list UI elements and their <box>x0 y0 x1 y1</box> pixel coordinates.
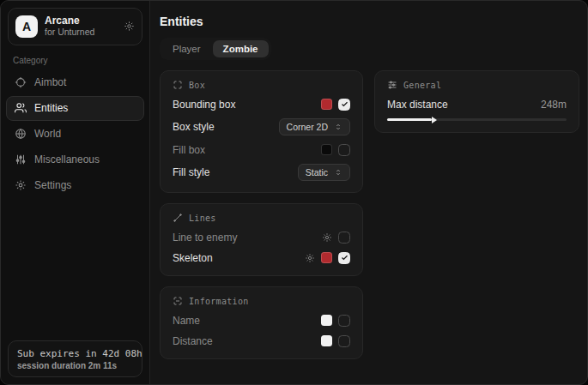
tab-player[interactable]: Player <box>162 40 211 57</box>
crosshair-icon <box>15 76 27 88</box>
setting-label: Name <box>173 315 200 327</box>
gear-icon[interactable] <box>305 253 315 263</box>
sub-expiry-text: Sub expires in 42d 08h <box>17 348 133 359</box>
sidebar-item-world[interactable]: World <box>6 122 144 147</box>
setting-label: Line to enemy <box>173 232 237 244</box>
select-value: Static <box>306 167 328 177</box>
setting-row: Box style Corner 2D <box>173 118 350 135</box>
app-name: Arcane <box>45 15 117 27</box>
setting-label: Fill box <box>173 144 205 156</box>
box-card: Box Bounding box Box style Corner 2D <box>160 70 363 193</box>
slider-value: 248m <box>541 99 567 111</box>
setting-label: Bounding box <box>173 99 235 111</box>
sidebar-item-label: Aimbot <box>34 76 66 88</box>
sliders-vertical-icon <box>15 153 27 165</box>
sidebar-item-label: Entities <box>34 102 68 114</box>
chevrons-updown-icon <box>334 123 342 131</box>
sidebar-item-settings[interactable]: Settings <box>6 173 144 198</box>
card-title: Information <box>189 297 249 306</box>
color-swatch[interactable] <box>321 315 332 326</box>
tab-zombie[interactable]: Zombie <box>213 40 269 57</box>
max-distance-slider[interactable] <box>387 118 567 121</box>
general-card: General Max distance 248m <box>374 70 579 133</box>
slider-fill <box>387 118 432 121</box>
color-swatch[interactable] <box>321 335 332 346</box>
color-swatch[interactable] <box>321 144 332 155</box>
select-value: Corner 2D <box>287 122 328 132</box>
setting-row: Fill style Static <box>173 164 350 181</box>
fill-style-select[interactable]: Static <box>298 164 350 181</box>
setting-label: Skeleton <box>173 252 213 264</box>
setting-row: Fill box <box>173 143 350 156</box>
session-duration-text: session duration 2m 11s <box>17 361 133 370</box>
gear-icon[interactable] <box>322 232 332 243</box>
sidebar-item-label: Settings <box>34 179 71 191</box>
box-corners-icon <box>173 80 183 90</box>
setting-row: Distance <box>173 334 350 347</box>
sidebar-item-entities[interactable]: Entities <box>6 96 144 121</box>
card-title: Box <box>189 81 205 90</box>
brand-card: A Arcane for Unturned <box>8 8 142 45</box>
main-content: Entities Player Zombie Box Bounding box <box>150 1 587 384</box>
sidebar-item-miscellaneous[interactable]: Miscellaneous <box>6 147 144 172</box>
users-icon <box>15 102 27 114</box>
lines-card: Lines Line to enemy Skeleton <box>160 203 363 276</box>
color-swatch[interactable] <box>321 252 332 263</box>
sidebar: A Arcane for Unturned Category Aimbot En… <box>1 1 150 384</box>
setting-label: Distance <box>173 335 213 347</box>
page-title: Entities <box>160 15 576 28</box>
app-subtitle: for Unturned <box>45 27 117 38</box>
app-window: A Arcane for Unturned Category Aimbot En… <box>0 0 588 385</box>
setting-label: Fill style <box>173 166 209 178</box>
color-swatch[interactable] <box>321 99 332 110</box>
sidebar-item-label: World <box>34 128 61 140</box>
gear-icon[interactable] <box>124 21 135 32</box>
info-scan-icon <box>173 296 183 306</box>
sliders-horizontal-icon <box>387 80 397 90</box>
setting-row: Skeleton <box>173 251 350 264</box>
checkbox[interactable] <box>338 99 350 111</box>
diagonal-line-icon <box>173 213 183 223</box>
setting-label: Box style <box>173 121 215 133</box>
subscription-card: Sub expires in 42d 08h session duration … <box>8 340 142 377</box>
checkbox[interactable] <box>338 335 350 347</box>
setting-row: Name <box>173 314 350 327</box>
chevrons-updown-icon <box>334 168 342 177</box>
card-title: Lines <box>189 214 216 223</box>
globe-icon <box>15 128 27 140</box>
sidebar-item-aimbot[interactable]: Aimbot <box>6 70 144 95</box>
sidebar-item-label: Miscellaneous <box>34 153 100 165</box>
app-logo: A <box>15 15 38 38</box>
gear-icon <box>15 179 27 191</box>
entity-tabs: Player Zombie <box>160 38 271 60</box>
checkbox[interactable] <box>338 315 350 327</box>
information-card: Information Name Distance <box>160 286 363 359</box>
checkbox[interactable] <box>338 252 350 264</box>
category-label: Category <box>13 56 137 65</box>
card-title: General <box>403 81 441 90</box>
box-style-select[interactable]: Corner 2D <box>279 118 350 135</box>
setting-row: Bounding box <box>173 98 350 111</box>
checkbox[interactable] <box>338 144 350 156</box>
sidebar-nav: Aimbot Entities World Miscellaneous Sett… <box>1 70 149 198</box>
setting-row: Line to enemy <box>173 231 350 244</box>
slider-label: Max distance <box>387 99 448 111</box>
checkbox[interactable] <box>338 232 350 244</box>
